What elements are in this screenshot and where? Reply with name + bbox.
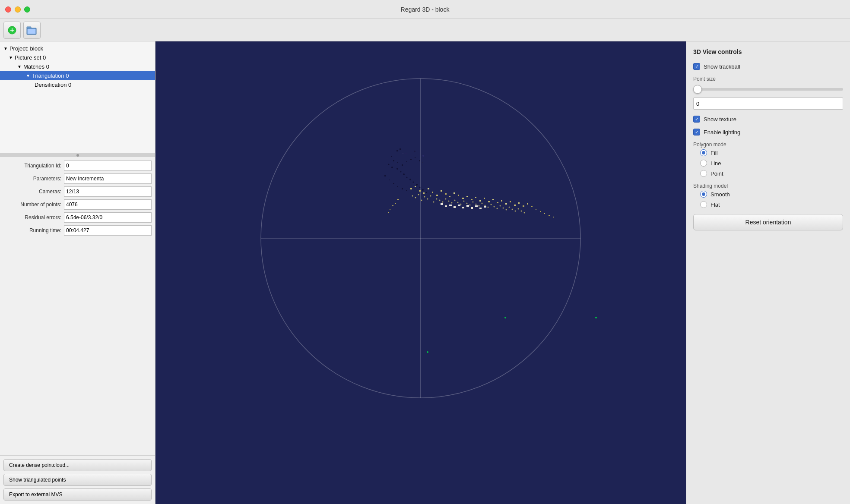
shading-smooth-radio[interactable] xyxy=(700,191,707,198)
svg-rect-34 xyxy=(449,196,450,197)
svg-rect-42 xyxy=(484,198,485,199)
minimize-button[interactable] xyxy=(15,6,21,13)
svg-rect-3 xyxy=(27,27,31,28)
svg-rect-64 xyxy=(397,199,399,200)
prop-label-numpoints: Number of points: xyxy=(3,202,64,208)
polygon-line-row[interactable]: Line xyxy=(700,160,843,167)
svg-point-83 xyxy=(427,351,428,353)
svg-point-88 xyxy=(424,196,425,198)
bottom-buttons: Create dense pointcloud... Show triangul… xyxy=(0,455,155,504)
svg-rect-44 xyxy=(492,199,494,200)
svg-rect-16 xyxy=(387,158,387,159)
show-texture-checkbox[interactable]: ✓ xyxy=(693,116,700,123)
show-trackball-row[interactable]: ✓ Show trackball xyxy=(693,63,843,70)
svg-rect-49 xyxy=(514,205,516,206)
svg-point-99 xyxy=(457,202,459,203)
svg-rect-45 xyxy=(497,202,498,203)
create-dense-button[interactable]: Create dense pointcloud... xyxy=(3,459,152,471)
point-size-input[interactable] xyxy=(693,98,843,110)
svg-rect-55 xyxy=(449,205,452,206)
svg-rect-66 xyxy=(392,205,393,206)
viewport[interactable] xyxy=(155,41,686,504)
svg-rect-21 xyxy=(410,159,412,160)
svg-point-94 xyxy=(442,202,444,203)
svg-point-89 xyxy=(427,198,428,200)
svg-rect-65 xyxy=(395,203,396,204)
svg-point-118 xyxy=(515,211,516,212)
prop-input-numpoints[interactable] xyxy=(64,199,152,210)
tree-arrow-triangulation: ▼ xyxy=(26,73,30,78)
svg-point-108 xyxy=(485,205,486,206)
prop-input-cameras[interactable] xyxy=(64,186,152,197)
svg-rect-41 xyxy=(479,200,481,202)
svg-rect-74 xyxy=(553,217,554,217)
svg-point-9 xyxy=(405,153,407,154)
show-texture-label: Show texture xyxy=(704,116,736,123)
svg-rect-38 xyxy=(466,196,468,197)
tree-item-pictureset[interactable]: ▼ Picture set 0 xyxy=(0,53,155,62)
svg-rect-61 xyxy=(475,205,478,207)
svg-point-124 xyxy=(403,173,405,175)
svg-rect-33 xyxy=(445,193,447,195)
svg-point-110 xyxy=(491,204,492,205)
tree-arrow-project: ▼ xyxy=(3,46,8,51)
polygon-line-radio[interactable] xyxy=(700,160,707,167)
prop-input-residual[interactable] xyxy=(64,212,152,223)
point-size-slider-thumb[interactable] xyxy=(693,85,702,94)
close-button[interactable] xyxy=(5,6,11,13)
svg-rect-32 xyxy=(441,190,442,192)
reset-orientation-button[interactable]: Reset orientation xyxy=(693,214,843,230)
polygon-fill-radio[interactable] xyxy=(700,149,707,156)
svg-point-92 xyxy=(436,198,438,200)
svg-point-119 xyxy=(518,208,519,210)
show-texture-row[interactable]: ✓ Show texture xyxy=(693,116,843,123)
polygon-fill-row[interactable]: Fill xyxy=(700,149,843,156)
svg-rect-60 xyxy=(471,207,473,209)
polygon-point-radio[interactable] xyxy=(700,170,707,177)
svg-point-97 xyxy=(451,202,453,204)
svg-rect-13 xyxy=(400,148,401,150)
show-trackball-label: Show trackball xyxy=(704,63,740,70)
svg-point-132 xyxy=(388,164,390,165)
export-mvs-button[interactable]: Export to external MVS xyxy=(3,488,152,501)
title-bar: Regard 3D - block xyxy=(0,0,850,19)
maximize-button[interactable] xyxy=(24,6,30,13)
shading-smooth-row[interactable]: Smooth xyxy=(700,191,843,198)
prop-input-triangulation-id[interactable] xyxy=(64,161,152,171)
svg-rect-17 xyxy=(393,160,394,161)
tree-item-project[interactable]: ▼ Project: block xyxy=(0,44,155,53)
svg-point-90 xyxy=(430,195,431,197)
shading-flat-radio[interactable] xyxy=(700,201,707,208)
polygon-mode-label: Polygon mode xyxy=(693,142,843,148)
tree-item-matches[interactable]: ▼ Matches 0 xyxy=(0,62,155,71)
panel-divider[interactable] xyxy=(0,154,155,157)
prop-label-triangulation-id: Triangulation Id: xyxy=(3,163,64,169)
svg-rect-28 xyxy=(423,192,425,194)
svg-point-84 xyxy=(412,195,413,197)
tree-item-densification[interactable]: Densification 0 xyxy=(0,80,155,89)
svg-point-121 xyxy=(524,212,525,214)
enable-lighting-checkbox[interactable]: ✓ xyxy=(693,129,700,135)
tree-item-triangulation[interactable]: ▼ Triangulation 0 xyxy=(0,71,155,80)
polygon-mode-section: Polygon mode Fill Line Point xyxy=(693,142,843,177)
shading-flat-row[interactable]: Flat xyxy=(700,201,843,208)
show-triangulated-button[interactable]: Show triangulated points xyxy=(3,474,152,486)
polygon-point-row[interactable]: Point xyxy=(700,170,843,177)
enable-lighting-row[interactable]: ✓ Enable lighting xyxy=(693,129,843,135)
svg-rect-68 xyxy=(388,212,389,213)
svg-rect-79 xyxy=(402,188,403,189)
point-size-label: Point size xyxy=(693,76,843,82)
prop-input-runtime[interactable] xyxy=(64,225,152,236)
svg-rect-14 xyxy=(403,153,403,154)
prop-label-runtime: Running time: xyxy=(3,227,64,233)
svg-point-106 xyxy=(479,205,480,207)
svg-rect-25 xyxy=(410,188,412,189)
svg-point-113 xyxy=(500,205,501,207)
add-button[interactable]: + xyxy=(3,22,21,39)
open-button[interactable] xyxy=(23,22,41,39)
point-size-slider-track[interactable] xyxy=(693,88,843,91)
show-trackball-checkbox[interactable]: ✓ xyxy=(693,63,700,70)
svg-point-82 xyxy=(595,317,597,318)
prop-input-parameters[interactable] xyxy=(64,173,152,184)
properties-panel: Triangulation Id: Parameters: Cameras: N… xyxy=(0,157,155,455)
